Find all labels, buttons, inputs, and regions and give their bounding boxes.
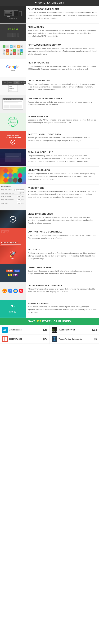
feature-videobg-image: ▶ (0, 210, 26, 228)
feature-contactform: CF7 Contact Form 7 CONTACT FORM 7 COMPAT… (0, 228, 99, 246)
feature-retina-content: RETINA READY HiDPI screens are a common … (26, 24, 99, 41)
feature-colors-content: UNLIMITED COLORS Personalizing the color… (26, 166, 99, 184)
svg-text:ultilingual: ultilingual (11, 122, 16, 123)
opera-icon: O (19, 288, 23, 293)
feature-translation-image: M ultilingual Ready (0, 113, 26, 131)
plugin-slider: SLIDER REVOLUTION SLIDER REVOLUTION $18 (50, 325, 99, 334)
feature-optimized-desc: Even though Obsession is packed with a l… (28, 270, 97, 275)
feature-typography-image: Google Fonts (0, 59, 26, 77)
plugin-row-2: ESSENTIAL GRID $22 Video & Parallax Back… (0, 334, 99, 344)
feature-monthlyupdates-image: ↻ MONTHLYUPDATES (0, 300, 26, 318)
feature-contactform-desc: Being one of the most reliable contact f… (28, 234, 97, 240)
feature-seo-image: 🚀 SEO (0, 246, 26, 264)
svg-text:SLIDER: SLIDER (52, 329, 57, 331)
feature-monthlyupdates-title: MONTHLY UPDATES (28, 302, 97, 304)
feature-translation: M ultilingual Ready TRANSLATION READY Ob… (0, 113, 99, 131)
feature-monthlyupdates-content: MONTHLY UPDATES We're always improving o… (26, 300, 99, 318)
feature-parallax-desc: The parallax scrolling effect is a nice … (28, 154, 97, 163)
feature-translation-content: TRANSLATION READY Obsession is fully WPM… (26, 113, 99, 131)
feature-fontawesome-content: FONT AWESOME INTEGRATION Besides other i… (26, 42, 99, 59)
feature-pageoptions-desc: Adding each page element to differentiat… (28, 190, 97, 198)
firefox-icon: 🦊 (2, 288, 7, 293)
feature-easyinstall-content: EASY TO INSTALL DEMO DATA You can get yo… (26, 131, 99, 148)
feature-videobg: ▶ VIDEO BACKGROUNDS Using a video as bac… (0, 210, 99, 228)
svg-rect-15 (5, 337, 7, 339)
feature-crossbrowser: 🦊 ● 🧭 O CROSS BROWSER COMPATIBLE Althoug… (0, 282, 99, 300)
vp-name: Video & Parallax Backgrounds (59, 338, 82, 340)
header-title: CORE FEATURES LIST (38, 2, 64, 4)
feature-typography-content: RICH TYPOGRAPHY Google Fonts is one of t… (26, 59, 99, 77)
feature-contactform-image: CF7 Contact Form 7 (0, 228, 26, 246)
feature-optimized-content: OPTIMIZED FOR SPEED Even though Obsessio… (26, 264, 99, 282)
feature-fontawesome-desc: Besides other included icons, Obsession … (28, 47, 97, 56)
feature-crossbrowser-desc: Although there are only a couple of brow… (28, 288, 97, 293)
eg-logo (2, 336, 8, 342)
save-bar: SAVE $77 WORTH OF PLUGINS (0, 318, 99, 325)
feature-seo-title: SEO READY (28, 248, 97, 251)
feature-parallax-content: PARALLAX SCROLLING The parallax scrollin… (26, 149, 99, 166)
feature-optimized-title: OPTIMIZED FOR SPEED (28, 266, 97, 269)
feature-optimized: HTML5 CSS3 JS PHP OPTIMIZED FOR SPEED Ev… (0, 264, 99, 282)
feature-videobg-desc: Using a video as background instead of a… (28, 216, 97, 224)
slider-name: SLIDER REVOLUTION (59, 329, 76, 331)
plugin-vc: VC Visual Composer $28 (0, 325, 50, 334)
feature-multipage-title: ONE / MULTI PAGE STRUCTURE (28, 97, 97, 100)
feature-colors: UNLIMITED COLORS Personalizing the color… (0, 166, 99, 184)
chrome-icon: ● (8, 288, 12, 293)
save-text: SAVE (28, 320, 36, 323)
feature-responsive: RESPONSIVE FULLY RESPONSIVE LAYOUT Obses… (0, 6, 99, 24)
feature-multipage-content: ONE / MULTI PAGE STRUCTURE You can eithe… (26, 95, 99, 113)
svg-rect-14 (2, 337, 4, 339)
chevron-icon: ▼ (35, 2, 37, 4)
svg-rect-17 (5, 339, 7, 341)
feature-retina-image: IT'S DONE (0, 24, 26, 41)
feature-crossbrowser-content: CROSS BROWSER COMPATIBLE Although there … (26, 282, 99, 300)
slider-price: $18 (92, 328, 97, 332)
feature-optimized-image: HTML5 CSS3 JS PHP (0, 264, 26, 282)
feature-retina-desc: HiDPI screens are a common feature among… (28, 29, 97, 38)
feature-translation-desc: Obsession is fully WPML compatible and a… (28, 118, 97, 124)
slider-logo: SLIDER REVOLUTION (52, 327, 57, 333)
feature-dropdown-desc: When using complex page hierarchies or c… (28, 83, 97, 91)
feature-typography-desc: Google Fonts is one of the most complete… (28, 65, 97, 70)
plugin-eg: ESSENTIAL GRID $22 (0, 334, 50, 344)
core-features-header: ▼ CORE FEATURES LIST (0, 0, 99, 6)
feature-monthlyupdates: ↻ MONTHLYUPDATES MONTHLY UPDATES We're a… (0, 300, 99, 318)
feature-seo: 🚀 SEO SEO READY Getting your website to … (0, 246, 99, 264)
feature-multipage-desc: You can either set your website as a one… (28, 101, 97, 106)
svg-rect-16 (2, 339, 4, 341)
feature-fontawesome-title: FONT AWESOME INTEGRATION (28, 44, 97, 46)
feature-seo-desc: Getting your website to rank first in Go… (28, 252, 97, 260)
feature-contactform-content: CONTACT FORM 7 COMPATIBLE Being one of t… (26, 228, 99, 246)
svg-text:M: M (9, 121, 10, 123)
feature-colors-image (0, 166, 26, 184)
feature-easyinstall-image: READY TO GO INLESS THAN 3 MINUTES ✓ (0, 131, 26, 148)
feature-easyinstall-desc: You can get your website just like in th… (28, 136, 97, 142)
feature-retina-title: RETINA READY (28, 26, 97, 28)
plugin-vp: Video & Parallax Backgrounds $9 (50, 334, 99, 344)
vc-logo: VC (2, 327, 8, 333)
update-icon: ↻ (11, 304, 15, 310)
feature-pageoptions-top: Page settings Page color scheme Light sc… (0, 184, 99, 210)
vp-price: $9 (94, 338, 97, 341)
feature-pageoptions-image: Page settings Page color scheme Light sc… (0, 184, 26, 210)
feature-crossbrowser-title: CROSS BROWSER COMPATIBLE (28, 284, 97, 287)
feature-multipage-image: HOME ABOUT SERVICES PAGES CONTACT (0, 95, 26, 113)
feature-colors-title: UNLIMITED COLORS (28, 169, 97, 171)
feature-responsive-content: FULLY RESPONSIVE LAYOUT Obsession is bas… (26, 6, 99, 23)
feature-easyinstall: READY TO GO INLESS THAN 3 MINUTES ✓ EASY… (0, 131, 99, 149)
feature-fontawesome: ✓ ♪ ✉ ★ ⚙ ♥ ☁ ⚡ 🔒 ↑ ⊞ 👤 🔍 📋 📷 ▶ 🏠 📊 (0, 42, 99, 59)
feature-monthlyupdates-desc: We're always improving our skills and kn… (28, 306, 97, 314)
plugin-footer: VC Visual Composer $28 SLIDER REVOLUTION… (0, 325, 99, 344)
feature-typography: Google Fonts RICH TYPOGRAPHY Google Font… (0, 59, 99, 77)
feature-dropdown-title: DROP DOWN MENUS (28, 80, 97, 82)
eg-name: ESSENTIAL GRID (9, 338, 22, 340)
feature-responsive-image: RESPONSIVE (0, 6, 26, 23)
feature-videobg-title: VIDEO BACKGROUNDS (28, 213, 97, 215)
vp-logo (52, 336, 57, 342)
feature-typography-title: RICH TYPOGRAPHY (28, 62, 97, 64)
feature-translation-title: TRANSLATION READY (28, 115, 97, 118)
feature-seo-content: SEO READY Getting your website to rank f… (26, 246, 99, 264)
eg-price: $22 (43, 338, 47, 341)
feature-retina: IT'S DONE RETINA READY HiDPI screens are… (0, 24, 99, 42)
